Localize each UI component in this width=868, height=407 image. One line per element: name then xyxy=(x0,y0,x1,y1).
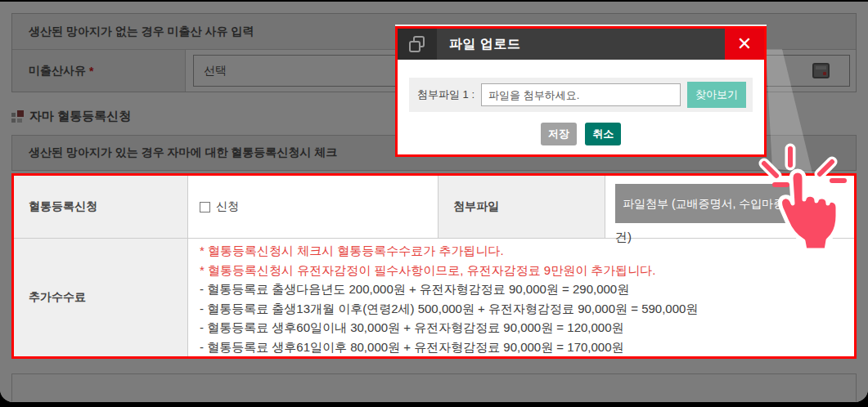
extra-fee-header-cell: 추가수수료 xyxy=(14,239,188,356)
fee-note-line: * 혈통등록신청시 유전자감정이 필수사항이므로, 유전자감정료 9만원이 추가… xyxy=(200,261,846,280)
cancel-button[interactable]: 취소 xyxy=(585,123,621,145)
page: 생산된 망아지가 없는 경우 미출산 사유 입력 미출산사유 * 선택 자마 혈… xyxy=(0,2,868,402)
no-foal-reason-label: 미출산사유 * xyxy=(12,50,186,92)
file-upload-modal: 파일 업로드 ✕ 첨부파일 1 : 찾아보기 저장 취소 xyxy=(395,26,767,157)
screenshot-frame: 생산된 망아지가 없는 경우 미출산 사유 입력 미출산사유 * 선택 자마 혈… xyxy=(0,0,868,407)
apply-checkbox-label: 신청 xyxy=(216,199,239,214)
pedigree-header-cell: 혈통등록신청 xyxy=(14,176,188,239)
save-button[interactable]: 저장 xyxy=(541,123,577,145)
section-title-row: 자마 혈통등록신청 xyxy=(11,109,131,124)
extra-fee-details: * 혈통등록신청시 체크시 혈통등록수수료가 추가됩니다. * 혈통등록신청시 … xyxy=(188,239,854,356)
attach-field-strip: 첨부파일 1 : 찾아보기 xyxy=(409,78,753,112)
fee-line: - 혈통등록료 생후61일이후 80,000원 + 유전자형감정료 90,000… xyxy=(200,338,846,357)
attach-file-input[interactable] xyxy=(481,83,681,106)
modal-title: 파일 업로드 xyxy=(437,29,725,60)
close-icon[interactable]: ✕ xyxy=(725,29,764,60)
fee-note-line: * 혈통등록신청시 체크시 혈통등록수수료가 추가됩니다. xyxy=(200,241,846,261)
attach-file-button[interactable]: 파일첨부 (교배증명서, 수입마증명서) xyxy=(615,184,794,223)
section-bullet-icon xyxy=(11,110,24,123)
apply-checkbox-cell: 신청 xyxy=(188,176,438,239)
apply-checkbox[interactable] xyxy=(200,202,210,212)
bottom-empty-panel xyxy=(11,373,857,402)
modal-body: 첨부파일 1 : 찾아보기 저장 취소 xyxy=(398,60,764,145)
modal-header: 파일 업로드 ✕ xyxy=(398,29,764,60)
window-restore-icon xyxy=(398,29,437,60)
attach-header-cell: 첨부파일 xyxy=(438,176,605,239)
modal-button-row: 저장 취소 xyxy=(409,123,753,145)
section-title: 자마 혈통등록신청 xyxy=(29,109,131,124)
calendar-icon[interactable] xyxy=(812,63,830,78)
browse-button[interactable]: 찾아보기 xyxy=(687,82,746,108)
required-asterisk: * xyxy=(89,65,93,78)
fee-line: - 혈통등록료 출생13개월 이후(연령2세) 500,000원 + 유전자형감… xyxy=(200,299,846,319)
fee-line: - 혈통등록료 출생다음년도 200,000원 + 유전자형감정료 90,000… xyxy=(200,280,846,299)
dim-overlay xyxy=(0,173,11,359)
pedigree-registration-table: 혈통등록신청 신청 첨부파일 파일첨부 (교배증명서, 수입마증명서) (0 건… xyxy=(11,173,857,359)
attach-file-cell: 파일첨부 (교배증명서, 수입마증명서) (0 건) xyxy=(605,176,854,239)
fee-line: - 혈통등록료 생후60일이내 30,000원 + 유전자형감정료 90,000… xyxy=(200,318,846,338)
dim-overlay xyxy=(857,173,868,359)
attach-field-label: 첨부파일 1 : xyxy=(417,87,474,102)
